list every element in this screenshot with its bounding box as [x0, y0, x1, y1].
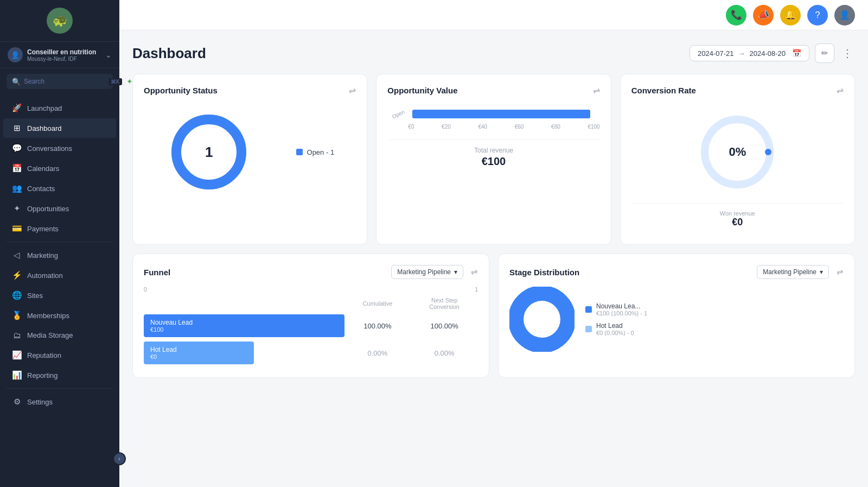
pipeline-select[interactable]: Marketing Pipeline ▾ [391, 265, 463, 279]
content-area: Dashboard 2024-07-21 → 2024-08-20 📅 ✏ ⋮ … [119, 30, 868, 487]
pipeline-label: Marketing Pipeline [763, 268, 816, 276]
search-bar[interactable]: 🔍 ⌘K ✦ [7, 74, 113, 89]
more-options-button[interactable]: ⋮ [840, 47, 855, 60]
widget-title: Conversion Rate [631, 86, 696, 95]
account-sub: Moussy-le-Neuf, IDF [27, 56, 101, 62]
sidebar-item-label: Opportunities [27, 205, 69, 213]
widgets-row-1: Opportunity Status ⇌ 1 Open - [132, 74, 855, 245]
reporting-icon: 📊 [12, 370, 22, 380]
sidebar-collapse-button[interactable]: ‹ [113, 452, 126, 465]
x-label: €80 [551, 124, 560, 130]
widget-settings-icon[interactable]: ⇌ [837, 85, 844, 96]
sidebar-item-opportunities[interactable]: ✦ Opportunities [3, 199, 116, 218]
sidebar-item-label: Calendars [27, 165, 59, 173]
nav-divider [7, 242, 113, 242]
widget-settings-icon[interactable]: ⇌ [349, 85, 356, 96]
funnel-next-step: 100.00% [411, 312, 478, 339]
stage-value: €0 [150, 353, 177, 360]
sidebar-item-calendars[interactable]: 📅 Calendars [3, 159, 116, 178]
sidebar-item-sites[interactable]: 🌐 Sites [3, 286, 116, 305]
x-label: €20 [442, 124, 451, 130]
date-to: 2024-08-20 [750, 49, 786, 58]
calendar-icon: 📅 [792, 49, 801, 58]
opportunity-status-widget: Opportunity Status ⇌ 1 Open - [132, 74, 367, 245]
won-revenue-label: Won revenue [720, 210, 755, 217]
stage-donut-chart [509, 287, 575, 352]
total-revenue-value: €100 [387, 155, 599, 168]
chevron-down-icon: ▾ [820, 268, 823, 276]
sidebar-item-label: Memberships [27, 312, 69, 320]
pipeline-label: Marketing Pipeline [397, 268, 451, 276]
sidebar-item-conversations[interactable]: 💬 Conversations [3, 138, 116, 158]
funnel-widget: Funnel Marketing Pipeline ▾ ⇌ 0 1 [132, 254, 489, 378]
calendars-icon: 📅 [12, 163, 22, 173]
conversion-footer: Won revenue €0 [631, 203, 844, 228]
sidebar-logo: 🐢 [0, 0, 119, 42]
sidebar-item-settings[interactable]: ⚙ Settings [3, 392, 116, 412]
stage-donut-svg [509, 287, 575, 352]
phone-icon-button[interactable]: 📞 [726, 5, 746, 26]
widget-settings-icon[interactable]: ⇌ [593, 85, 600, 96]
media-storage-icon: 🗂 [12, 331, 22, 340]
sidebar-item-label: Automation [27, 271, 63, 280]
funnel-header: Funnel Marketing Pipeline ▾ ⇌ [144, 265, 478, 279]
chart-info: Total revenue €100 [387, 140, 599, 168]
stage-distribution-widget: Stage Distribution Marketing Pipeline ▾ … [498, 254, 855, 378]
funnel-col-next-step: Next StepConversion [411, 295, 478, 312]
widget-title: Opportunity Value [387, 86, 457, 95]
date-range-picker[interactable]: 2024-07-21 → 2024-08-20 📅 [690, 45, 809, 61]
sidebar-item-label: Settings [27, 398, 53, 406]
svg-point-4 [765, 149, 771, 155]
stage-pipeline-select[interactable]: Marketing Pipeline ▾ [757, 265, 829, 279]
funnel-bar-cell: Nouveau Lead €100 [144, 312, 344, 339]
help-icon-button[interactable]: ? [807, 5, 828, 26]
user-avatar[interactable]: 👤 [834, 5, 855, 26]
bar-chart-area: Open [387, 109, 599, 122]
funnel-bar: Nouveau Lead €100 [144, 314, 344, 337]
bell-icon-button[interactable]: 🔔 [780, 5, 801, 26]
search-input[interactable] [24, 78, 105, 85]
sidebar-item-label: Conversations [27, 144, 72, 153]
sidebar-item-contacts[interactable]: 👥 Contacts [3, 179, 116, 198]
stage-legend: Nouveau Lea... €100 (100.00%) - 1 Hot Le… [585, 302, 647, 336]
sidebar-item-label: Media Storage [27, 331, 73, 339]
stage-dist-controls: Marketing Pipeline ▾ ⇌ [757, 265, 844, 279]
conversations-icon: 💬 [12, 143, 22, 153]
donut-legend: Open - 1 [296, 148, 335, 156]
sidebar-item-reputation[interactable]: 📈 Reputation [3, 345, 116, 365]
sidebar-item-label: Payments [27, 225, 59, 233]
sidebar-item-dashboard[interactable]: ⊞ Dashboard [3, 118, 116, 138]
legend-text: Nouveau Lea... €100 (100.00%) - 1 [596, 302, 647, 317]
sidebar-item-automation[interactable]: ⚡ Automation [3, 265, 116, 285]
legend-item-open: Open - 1 [296, 148, 335, 156]
sidebar-item-media-storage[interactable]: 🗂 Media Storage [3, 326, 116, 345]
funnel-row-hot: Hot Lead €0 0.00% 0.00% [144, 339, 478, 366]
account-switcher[interactable]: 👤 Conseiller en nutrition Moussy-le-Neuf… [0, 42, 119, 68]
funnel-cumulative: 100.00% [344, 312, 411, 339]
widgets-row-2: Funnel Marketing Pipeline ▾ ⇌ 0 1 [132, 254, 855, 378]
search-kbd: ⌘K [108, 78, 122, 85]
sidebar-item-reporting[interactable]: 📊 Reporting [3, 365, 116, 385]
memberships-icon: 🏅 [12, 311, 22, 320]
funnel-settings-icon[interactable]: ⇌ [471, 267, 478, 277]
dashboard-controls: 2024-07-21 → 2024-08-20 📅 ✏ ⋮ [690, 43, 855, 63]
sidebar-item-payments[interactable]: 💳 Payments [3, 219, 116, 238]
sidebar-item-launchpad[interactable]: 🚀 Launchpad [3, 98, 116, 118]
sidebar-item-label: Contacts [27, 185, 55, 193]
scale-start: 0 [144, 287, 147, 293]
opportunities-icon: ✦ [12, 204, 22, 213]
payments-icon: 💳 [12, 224, 22, 233]
launchpad-icon: 🚀 [12, 103, 22, 113]
contacts-icon: 👥 [12, 184, 22, 193]
stage-dist-header: Stage Distribution Marketing Pipeline ▾ … [509, 265, 844, 279]
sidebar-item-label: Marketing [27, 251, 58, 260]
stage-dist-settings-icon[interactable]: ⇌ [837, 267, 844, 277]
edit-dashboard-button[interactable]: ✏ [815, 43, 834, 63]
sidebar-item-marketing[interactable]: ◁ Marketing [3, 245, 116, 265]
funnel-scale: 0 1 [144, 287, 478, 295]
legend-dot [296, 149, 303, 155]
funnel-table: Cumulative Next StepConversion Nouveau L… [144, 295, 478, 366]
total-revenue-label: Total revenue [387, 147, 599, 154]
sidebar-item-memberships[interactable]: 🏅 Memberships [3, 306, 116, 325]
megaphone-icon-button[interactable]: 📣 [753, 5, 774, 26]
